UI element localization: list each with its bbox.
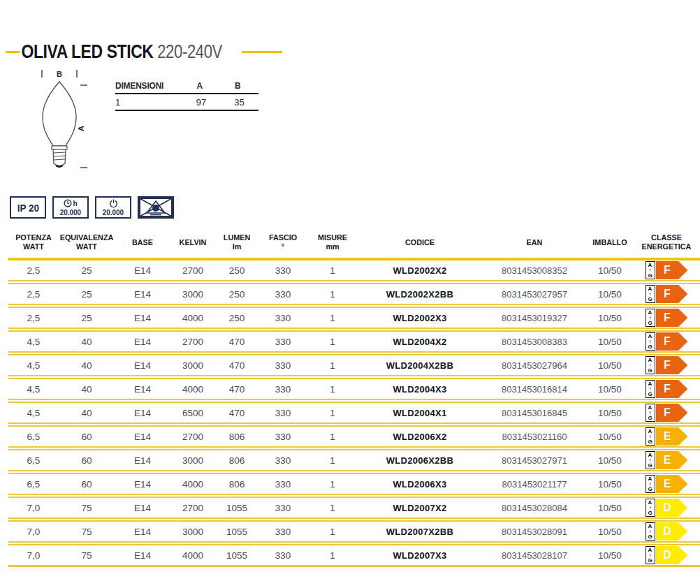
cell-fascio: 330 — [258, 313, 307, 323]
cell-ean: 8031453019327 — [482, 313, 587, 323]
cell-kelvin: 4000 — [170, 384, 215, 395]
cell-classe: A ↑ G F — [633, 332, 700, 351]
cell-imballo: 10/50 — [587, 408, 633, 418]
cell-misure: 1 — [307, 550, 358, 561]
cell-ean: 8031453027957 — [482, 289, 587, 300]
col-header-potenza: POTENZAWATT — [10, 227, 57, 258]
cell-kelvin: 2700 — [170, 337, 215, 347]
cell-potenza: 7,0 — [8, 527, 59, 537]
cell-potenza: 2,5 — [8, 289, 59, 300]
cell-ean: 8031453028084 — [482, 503, 587, 513]
cell-imballo: 10/50 — [587, 550, 633, 561]
clock-icon — [64, 199, 72, 207]
energy-scale-box: A ↑ G — [646, 356, 655, 374]
energy-scale-bottom-letter: G — [648, 297, 652, 302]
power-icon — [109, 199, 118, 208]
energy-class-letter: F — [656, 288, 679, 300]
cell-ean: 8031453027964 — [482, 360, 587, 371]
cell-misure: 1 — [307, 337, 358, 347]
energy-class-badge: A ↑ G F — [646, 380, 688, 398]
cell-codice: WLD2002X2BB — [358, 289, 482, 300]
cell-lumen: 470 — [215, 360, 258, 371]
energy-class-badge: A ↑ G E — [646, 475, 688, 493]
cell-lumen: 1055 — [215, 527, 258, 537]
cell-classe: A ↑ G D — [633, 546, 700, 564]
col-header-codice: CODICE — [361, 227, 478, 258]
cell-imballo: 10/50 — [587, 337, 633, 347]
dimensions-divider-bottom — [115, 110, 258, 111]
cell-equivalenza: 25 — [59, 289, 115, 300]
energy-class-badge: A ↑ G F — [646, 309, 688, 327]
cell-classe: A ↑ G F — [633, 285, 700, 303]
cell-equivalenza: 40 — [59, 408, 115, 418]
cell-misure: 1 — [307, 479, 358, 490]
cell-base: E14 — [115, 265, 170, 276]
cell-potenza: 7,0 — [8, 503, 59, 513]
energy-class-letter: E — [656, 478, 679, 490]
cell-equivalenza: 60 — [59, 479, 115, 490]
cell-classe: A ↑ G E — [633, 451, 700, 469]
cell-potenza: 7,0 — [8, 550, 59, 561]
energy-scale-bottom-letter: G — [648, 392, 652, 397]
cell-potenza: 6,5 — [8, 479, 59, 490]
cell-lumen: 806 — [215, 432, 258, 442]
energy-scale-bottom-letter: G — [648, 558, 652, 564]
product-voltage: 220-240V — [157, 41, 222, 63]
cell-base: E14 — [115, 360, 170, 371]
table-row: 7,0 75 E14 2700 1055 330 1 WLD2007X2 803… — [8, 498, 700, 522]
cell-base: E14 — [115, 337, 170, 347]
dim-label-b: B — [57, 70, 62, 78]
page-header: OLIVA LED STICK 220-240V — [6, 41, 282, 63]
energy-scale-box: A ↑ G — [646, 427, 655, 446]
switch-cycles-box: 20.000 — [95, 196, 131, 219]
cell-base: E14 — [115, 384, 170, 395]
energy-scale-box: A ↑ G — [646, 475, 655, 493]
cell-codice: WLD2007X2BB — [358, 527, 482, 537]
cell-imballo: 10/50 — [587, 455, 633, 466]
table-row: 2,5 25 E14 4000 250 330 1 WLD2002X3 8031… — [8, 308, 700, 332]
energy-scale-bottom-letter: G — [648, 439, 652, 445]
table-row: 7,0 75 E14 3000 1055 330 1 WLD2007X2BB 8… — [8, 522, 700, 545]
energy-class-letter: F — [656, 359, 679, 372]
energy-arrow: F — [656, 404, 688, 422]
spec-table-body: 2,5 25 E14 2700 250 330 1 WLD2002X2 8031… — [8, 260, 700, 565]
cell-fascio: 330 — [258, 265, 307, 276]
energy-class-letter: E — [656, 454, 679, 466]
cell-classe: A ↑ G F — [633, 309, 700, 327]
energy-arrow: E — [656, 451, 688, 469]
cell-kelvin: 4000 — [170, 550, 215, 561]
energy-arrow: F — [656, 309, 688, 327]
cell-fascio: 330 — [258, 337, 307, 347]
bulb-drawing-svg: B A — [31, 70, 89, 176]
col-header-base: BASE — [116, 227, 168, 258]
cell-ean: 8031453016814 — [482, 384, 587, 395]
cell-ean: 8031453021177 — [482, 479, 587, 490]
col-header-misure: MISUREmm — [309, 227, 356, 258]
product-name: OLIVA LED STICK — [21, 41, 153, 63]
energy-scale-bottom-letter: G — [648, 344, 652, 350]
energy-scale-box: A ↑ G — [646, 285, 655, 303]
dim-header-b: B — [220, 80, 256, 91]
cell-potenza: 2,5 — [8, 313, 59, 323]
energy-scale-bottom-letter: G — [648, 463, 652, 469]
cell-fascio: 330 — [258, 503, 307, 513]
cell-lumen: 250 — [215, 265, 258, 276]
cell-codice: WLD2007X3 — [358, 550, 482, 561]
dim-header-name: DIMENSIONI — [115, 80, 177, 91]
cell-imballo: 10/50 — [587, 479, 633, 490]
datasheet-page: { "page": { "title": "OLIVA LED STICK", … — [0, 0, 700, 588]
energy-scale-box: A ↑ G — [646, 261, 655, 279]
energy-class-letter: F — [656, 383, 679, 395]
cell-equivalenza: 60 — [59, 432, 115, 442]
dimensions-value-row: 1 97 35 — [115, 94, 258, 110]
energy-scale-box: A ↑ G — [646, 332, 655, 351]
cell-kelvin: 3000 — [170, 360, 215, 371]
cell-fascio: 330 — [258, 550, 307, 561]
energy-arrow: F — [656, 285, 688, 303]
cell-kelvin: 2700 — [170, 432, 215, 442]
energy-scale-box: A ↑ G — [646, 522, 655, 541]
energy-class-badge: A ↑ G D — [646, 522, 688, 541]
table-row: 6,5 60 E14 3000 806 330 1 WLD2006X2BB 80… — [8, 450, 700, 474]
cell-ean: 8031453016845 — [482, 408, 587, 418]
cell-base: E14 — [115, 527, 170, 537]
